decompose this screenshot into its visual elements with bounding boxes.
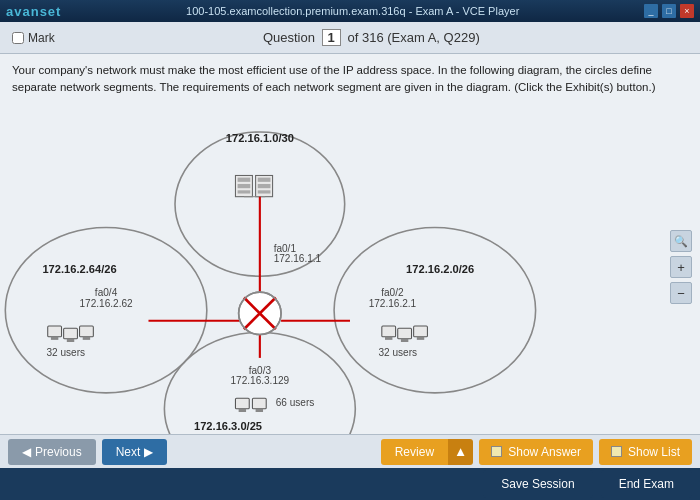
review-dropdown-button[interactable]: ▲ bbox=[448, 439, 473, 465]
navigation-toolbar: ◀ Previous Next ▶ Review ▲ Show Answer S… bbox=[0, 434, 700, 468]
mark-checkbox-group[interactable]: Mark bbox=[12, 31, 55, 45]
svg-rect-20 bbox=[258, 177, 271, 181]
svg-text:32 users: 32 users bbox=[378, 346, 417, 357]
question-total: of 316 (Exam A, Q229) bbox=[347, 30, 479, 45]
svg-rect-21 bbox=[258, 183, 271, 187]
svg-rect-47 bbox=[235, 398, 249, 409]
svg-text:172.16.2.0/26: 172.16.2.0/26 bbox=[406, 263, 474, 275]
svg-text:66 users: 66 users bbox=[276, 396, 315, 407]
show-list-checkbox-icon bbox=[611, 446, 622, 457]
svg-text:172.16.2.1: 172.16.2.1 bbox=[369, 297, 417, 308]
svg-rect-28 bbox=[51, 336, 58, 339]
svg-rect-30 bbox=[67, 338, 74, 341]
next-button[interactable]: Next ▶ bbox=[102, 439, 168, 465]
show-answer-button[interactable]: Show Answer bbox=[479, 439, 593, 465]
question-word: Question bbox=[263, 30, 315, 45]
close-button[interactable]: × bbox=[680, 4, 694, 18]
save-session-button[interactable]: Save Session bbox=[483, 470, 592, 498]
svg-rect-16 bbox=[238, 177, 251, 181]
session-toolbar: Save Session End Exam bbox=[0, 468, 700, 500]
svg-text:fa0/1: fa0/1 bbox=[274, 242, 297, 253]
network-diagram: 172.16.1.0/30 172.16.2.64/26 172.16.2.0/… bbox=[0, 101, 700, 435]
previous-button[interactable]: ◀ Previous bbox=[8, 439, 96, 465]
svg-rect-50 bbox=[256, 408, 263, 411]
svg-text:172.16.1.1: 172.16.1.1 bbox=[274, 253, 322, 264]
zoom-controls[interactable]: 🔍 + − bbox=[670, 230, 692, 304]
svg-text:172.16.3.129: 172.16.3.129 bbox=[230, 375, 289, 386]
show-answer-checkbox-icon bbox=[491, 446, 502, 457]
window-controls[interactable]: _ □ × bbox=[644, 4, 694, 18]
zoom-search-icon[interactable]: 🔍 bbox=[670, 230, 692, 252]
question-info: Question 1 of 316 (Exam A, Q229) bbox=[55, 29, 688, 46]
svg-rect-38 bbox=[398, 328, 412, 339]
svg-rect-17 bbox=[238, 183, 251, 187]
mark-label: Mark bbox=[28, 31, 55, 45]
svg-point-4 bbox=[334, 227, 536, 392]
svg-rect-18 bbox=[238, 190, 251, 193]
svg-text:32 users: 32 users bbox=[46, 346, 85, 357]
svg-rect-49 bbox=[252, 398, 266, 409]
svg-rect-41 bbox=[417, 336, 424, 339]
question-header: Mark Question 1 of 316 (Exam A, Q229) bbox=[0, 22, 700, 54]
svg-text:172.16.2.64/26: 172.16.2.64/26 bbox=[42, 263, 116, 275]
svg-rect-32 bbox=[83, 336, 90, 339]
svg-rect-37 bbox=[385, 336, 392, 339]
svg-text:172.16.2.62: 172.16.2.62 bbox=[79, 297, 133, 308]
svg-rect-48 bbox=[239, 408, 246, 411]
svg-text:172.16.1.0/30: 172.16.1.0/30 bbox=[226, 131, 294, 143]
svg-text:fa0/2: fa0/2 bbox=[381, 287, 404, 298]
mark-checkbox[interactable] bbox=[12, 32, 24, 44]
review-button[interactable]: Review bbox=[381, 439, 448, 465]
svg-rect-31 bbox=[80, 326, 94, 337]
nav-left-buttons: ◀ Previous Next ▶ bbox=[8, 439, 167, 465]
question-text: Your company's network must make the mos… bbox=[0, 54, 700, 101]
svg-rect-40 bbox=[414, 326, 428, 337]
show-list-button[interactable]: Show List bbox=[599, 439, 692, 465]
svg-rect-36 bbox=[382, 326, 396, 337]
review-button-group: Review ▲ bbox=[381, 439, 474, 465]
window-title: 100-105.examcollection.premium.exam.316q… bbox=[186, 5, 519, 17]
svg-text:172.16.3.0/25: 172.16.3.0/25 bbox=[194, 420, 262, 432]
svg-text:fa0/4: fa0/4 bbox=[95, 287, 118, 298]
prev-arrow-icon: ◀ bbox=[22, 445, 31, 459]
maximize-button[interactable]: □ bbox=[662, 4, 676, 18]
svg-point-2 bbox=[5, 227, 207, 392]
zoom-out-button[interactable]: − bbox=[670, 282, 692, 304]
nav-right-buttons: Review ▲ Show Answer Show List bbox=[381, 439, 692, 465]
diagram-area: 172.16.1.0/30 172.16.2.64/26 172.16.2.0/… bbox=[0, 101, 700, 435]
title-bar: avanset 100-105.examcollection.premium.e… bbox=[0, 0, 700, 22]
question-number: 1 bbox=[328, 30, 335, 45]
zoom-in-button[interactable]: + bbox=[670, 256, 692, 278]
app-logo: avanset bbox=[6, 4, 61, 19]
main-content: Mark Question 1 of 316 (Exam A, Q229) Yo… bbox=[0, 22, 700, 500]
end-exam-button[interactable]: End Exam bbox=[601, 470, 692, 498]
svg-rect-29 bbox=[64, 328, 78, 339]
svg-rect-39 bbox=[401, 338, 408, 341]
svg-text:fa0/3: fa0/3 bbox=[249, 364, 272, 375]
svg-rect-27 bbox=[48, 326, 62, 337]
minimize-button[interactable]: _ bbox=[644, 4, 658, 18]
svg-rect-22 bbox=[258, 190, 271, 193]
next-arrow-icon: ▶ bbox=[144, 445, 153, 459]
